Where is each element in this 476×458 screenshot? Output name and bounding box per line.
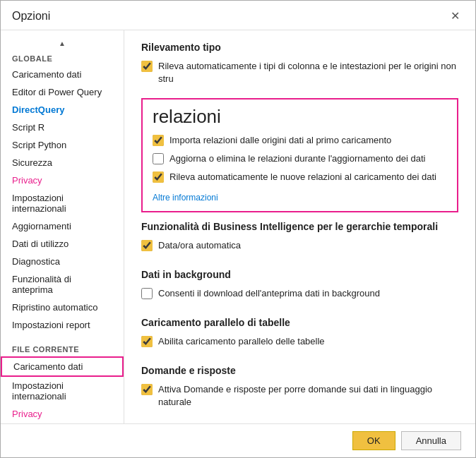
bi-title: Funzionalità di Business Intelligence pe…: [141, 221, 458, 232]
rel-item1-checkbox-wrap[interactable]: [153, 135, 164, 146]
sidebar-item-funzionalita-anteprima[interactable]: Funzionalità di anteprima: [1, 270, 124, 299]
rel-item2-label: Aggiorna o elimina le relazioni durante …: [169, 152, 425, 165]
bg-item1-checkbox-wrap[interactable]: [141, 288, 153, 299]
relazioni-box: relazioni Importa relazioni dalle origin…: [141, 98, 458, 212]
par-item1-checkbox[interactable]: [141, 336, 153, 347]
altre-informazioni-link[interactable]: Altre informazioni: [153, 193, 218, 203]
globale-section-label: GLOBALE: [1, 50, 124, 66]
dialog-footer: OK Annulla: [1, 423, 475, 457]
sidebar-item-ripristino-automatico-corrente[interactable]: Ripristino automatico: [1, 423, 124, 423]
sidebar-item-script-python[interactable]: Script Python: [1, 136, 124, 154]
rel-item2-row: Aggiorna o elimina le relazioni durante …: [153, 152, 447, 165]
sidebar-item-impostazioni-internazionali[interactable]: Impostazioni internazionali: [1, 189, 124, 217]
sidebar-item-directquery[interactable]: DirectQuery: [1, 101, 124, 119]
bi-item1-checkbox-wrap[interactable]: [141, 240, 153, 251]
rel-item1-checkbox[interactable]: [153, 135, 164, 146]
sidebar-item-editor-power-query[interactable]: Editor di Power Query: [1, 83, 124, 101]
dom-item1-row: Attiva Domande e risposte per porre doma…: [141, 383, 458, 409]
bg-item1-row: Consenti il download dell'anteprima dati…: [141, 287, 458, 300]
close-button[interactable]: ✕: [446, 8, 464, 24]
bg-item1-checkbox[interactable]: [141, 288, 153, 299]
rilevamento-tipo-row: Rileva automaticamente i tipi di colonna…: [141, 60, 458, 85]
sidebar-item-dati-utilizzo[interactable]: Dati di utilizzo: [1, 235, 124, 253]
sidebar-item-ripristino-automatico[interactable]: Ripristino automatico: [1, 299, 124, 316]
rel-item3-label: Rileva automaticamente le nuove relazion…: [169, 171, 436, 183]
title-bar: Opzioni ✕: [1, 1, 475, 30]
par-item1-checkbox-wrap[interactable]: [141, 336, 153, 347]
bi-item1-row: Data/ora automatica: [141, 239, 458, 252]
rel-item3-checkbox-wrap[interactable]: [153, 171, 164, 183]
parallelo-title: Caricamento parallelo di tabelle: [141, 317, 458, 328]
bg-item1-label: Consenti il download dell'anteprima dati…: [158, 287, 380, 300]
sidebar-item-impostazioni-report[interactable]: Impostazioni report: [1, 316, 124, 334]
scroll-up-btn[interactable]: ▲: [1, 36, 124, 50]
sidebar-item-sicurezza[interactable]: Sicurezza: [1, 154, 124, 171]
cancel-button[interactable]: Annulla: [401, 431, 461, 450]
dom-item1-label: Attiva Domande e risposte per porre doma…: [158, 383, 458, 409]
sidebar-item-privacy-corrente[interactable]: Privacy: [1, 405, 124, 423]
dialog-title: Opzioni: [12, 10, 50, 23]
dialog-body: ▲ GLOBALE Caricamento dati Editor di Pow…: [1, 30, 475, 423]
domande-title: Domande e risposte: [141, 365, 458, 376]
sidebar-item-impostazioni-internazionali-corrente[interactable]: Impostazioni internazionali: [1, 377, 124, 405]
bi-item1-checkbox[interactable]: [141, 240, 153, 251]
dom-item1-checkbox[interactable]: [141, 384, 153, 395]
rilevamento-tipo-checkbox[interactable]: [141, 61, 153, 72]
file-corrente-section-label: FILE CORRENTE: [1, 341, 124, 356]
sidebar: ▲ GLOBALE Caricamento dati Editor di Pow…: [1, 30, 124, 423]
options-dialog: Opzioni ✕ ▲ GLOBALE Caricamento dati Edi…: [0, 0, 476, 458]
rel-item3-row: Rileva automaticamente le nuove relazion…: [153, 171, 447, 183]
sidebar-item-aggiornamenti[interactable]: Aggiornamenti: [1, 217, 124, 235]
rel-item3-checkbox[interactable]: [153, 171, 164, 183]
rel-item1-label: Importa relazioni dalle origini dati al …: [169, 134, 391, 147]
main-content: Rilevamento tipo Rileva automaticamente …: [124, 30, 475, 423]
relazioni-title: relazioni: [153, 107, 447, 127]
bi-item1-label: Data/ora automatica: [158, 239, 241, 252]
rilevamento-tipo-checkbox-wrap[interactable]: [141, 61, 153, 72]
par-item1-row: Abilita caricamento parallelo delle tabe…: [141, 335, 458, 348]
sidebar-item-caricamento-dati[interactable]: Caricamento dati: [1, 66, 124, 83]
sidebar-item-caricamento-dati-corrente[interactable]: Caricamento dati: [1, 356, 124, 377]
par-item1-label: Abilita caricamento parallelo delle tabe…: [158, 335, 325, 348]
rel-item2-checkbox-wrap[interactable]: [153, 153, 164, 164]
rel-item2-checkbox[interactable]: [153, 153, 164, 164]
background-title: Dati in background: [141, 269, 458, 280]
rilevamento-tipo-label: Rileva automaticamente i tipi di colonna…: [158, 60, 458, 85]
sidebar-item-script-r[interactable]: Script R: [1, 119, 124, 136]
dom-item1-checkbox-wrap[interactable]: [141, 384, 153, 395]
ok-button[interactable]: OK: [352, 431, 395, 450]
sidebar-item-diagnostica[interactable]: Diagnostica: [1, 253, 124, 270]
rel-item1-row: Importa relazioni dalle origini dati al …: [153, 134, 447, 147]
sidebar-item-privacy[interactable]: Privacy: [1, 171, 124, 189]
rilevamento-tipo-title: Rilevamento tipo: [141, 42, 458, 53]
